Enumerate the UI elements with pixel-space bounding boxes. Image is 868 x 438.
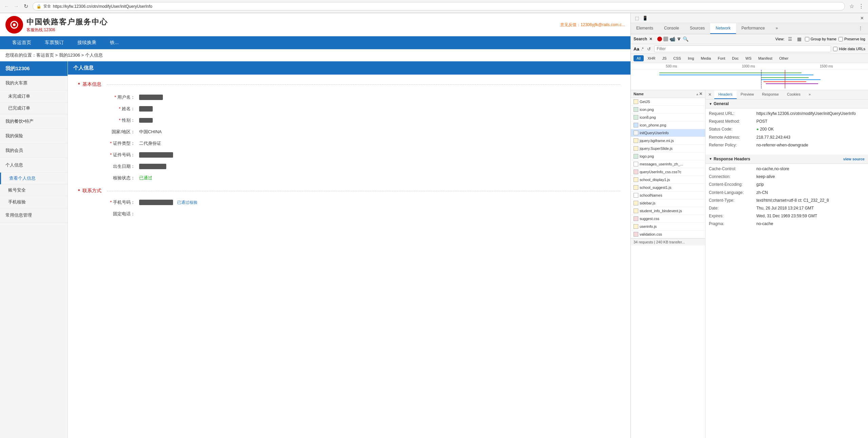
filter-doc[interactable]: Doc: [729, 55, 742, 61]
landline-label: 固定电话：: [98, 211, 139, 217]
network-item-messages[interactable]: messages_userinfo_zh_...: [631, 160, 705, 168]
close-detail-list-button[interactable]: ✕: [699, 92, 702, 96]
network-item-sidebar[interactable]: sidebar.js: [631, 199, 705, 207]
list-view-button[interactable]: ☰: [787, 36, 794, 42]
tab-elements[interactable]: Elements: [631, 23, 659, 34]
sidebar-item-personal-info[interactable]: 个人信息: [0, 158, 68, 173]
sidebar-item-phone-verify[interactable]: 手机核验: [0, 196, 68, 208]
close-detail-button[interactable]: ✕: [705, 90, 714, 99]
sidebar-item-complete-orders[interactable]: 已完成订单: [0, 102, 68, 114]
filter-css[interactable]: CSS: [670, 55, 684, 61]
network-item-school-suggest[interactable]: school_suggest1.js: [631, 184, 705, 192]
network-item-school-display[interactable]: school_display1.js: [631, 176, 705, 184]
tab-sources[interactable]: Sources: [684, 23, 710, 34]
sidebar-item-membership[interactable]: 我的会员: [0, 143, 68, 158]
tab-performance[interactable]: Performance: [736, 23, 770, 34]
detail-tab-cookies[interactable]: Cookies: [783, 90, 805, 99]
preserve-log-label[interactable]: Preserve log: [838, 37, 865, 41]
sidebar-item-catering[interactable]: 我的餐饮•特产: [0, 114, 68, 129]
group-by-frame-label[interactable]: Group by frame: [805, 37, 836, 41]
tab-more[interactable]: »: [770, 23, 784, 34]
filter-xhr[interactable]: XHR: [644, 55, 658, 61]
sidebar-item-common-info[interactable]: 常用信息管理: [0, 208, 68, 223]
video-icon[interactable]: 📹: [669, 36, 675, 42]
search-icon[interactable]: 🔍: [683, 36, 688, 42]
filter-icon[interactable]: ⛛: [677, 36, 681, 42]
network-item-validation[interactable]: validation.css: [631, 231, 705, 238]
back-button[interactable]: ←: [3, 2, 11, 11]
response-headers-title[interactable]: Response Headers view source: [705, 155, 868, 164]
bookmark-button[interactable]: ☆: [848, 2, 856, 11]
filter-media[interactable]: Media: [698, 55, 714, 61]
network-item-query-css[interactable]: queryUserInfo_css.css?c: [631, 168, 705, 176]
date-label: Date:: [709, 205, 756, 212]
detail-tab-preview[interactable]: Preview: [737, 90, 758, 99]
network-detail: ✕ Headers Preview Response Cookies » Gen…: [705, 90, 868, 438]
stop-icon[interactable]: [663, 37, 668, 41]
regex-button[interactable]: .*: [641, 47, 644, 51]
nav-more[interactable]: 铁...: [103, 36, 126, 49]
tab-network[interactable]: Network: [710, 23, 736, 34]
main-content: 个人信息 基本信息 * 用户名：: [68, 61, 630, 438]
nav-transfer[interactable]: 接续换乘: [71, 36, 103, 49]
hide-data-urls-checkbox[interactable]: [833, 47, 837, 51]
network-item-school-names[interactable]: schoolNames: [631, 192, 705, 199]
filter-manifest[interactable]: Manifest: [755, 55, 776, 61]
sidebar-item-train-tickets[interactable]: 我的火车票: [0, 76, 68, 91]
network-item-logo-png[interactable]: logo.png: [631, 153, 705, 160]
network-item-suggest-css[interactable]: suggest.css: [631, 215, 705, 223]
network-item-student-info[interactable]: student_info_bindevent.js: [631, 207, 705, 215]
filter-all[interactable]: All: [634, 55, 644, 61]
detail-tab-headers[interactable]: Headers: [714, 90, 737, 99]
type-filters: All XHR JS CSS Img Media Font Doc WS Man…: [631, 54, 868, 63]
network-item-jquery-superslide[interactable]: jquery.SuperSlide.js: [631, 145, 705, 153]
devtools-inspect-icon[interactable]: ⬚: [634, 15, 640, 21]
sidebar-item-incomplete-orders[interactable]: 未完成订单: [0, 91, 68, 102]
detail-tab-response[interactable]: Response: [758, 90, 783, 99]
network-item-jquery-bgiframe[interactable]: jquery.bgiframe.mi.js: [631, 137, 705, 145]
network-item-icon-phone-png[interactable]: icon_phone.png: [631, 121, 705, 129]
waterfall-view-button[interactable]: ▦: [796, 36, 803, 42]
refresh-button[interactable]: ↻: [22, 2, 30, 11]
devtools-device-icon[interactable]: 📱: [642, 15, 648, 21]
devtools-settings-icon[interactable]: ⋮: [853, 23, 868, 34]
filter-input[interactable]: [654, 45, 831, 52]
address-bar[interactable]: 🔒 安全 https://kyfw.12306.cn/otn/modifyUse…: [33, 2, 845, 11]
name-label: * 姓名：: [98, 106, 139, 112]
network-item-userinfo[interactable]: userinfo.js: [631, 223, 705, 231]
network-item-getjs[interactable]: GetJS: [631, 98, 705, 106]
filter-other[interactable]: Other: [776, 55, 792, 61]
tab-console[interactable]: Console: [659, 23, 684, 34]
timeline-bar-green: [659, 73, 801, 73]
forward-button[interactable]: →: [12, 2, 20, 11]
gender-row: * 性别：: [78, 117, 620, 123]
devtools-close-button[interactable]: ✕: [858, 15, 865, 21]
nav-tickets[interactable]: 车票预订: [38, 36, 71, 49]
record-icon[interactable]: [657, 37, 662, 41]
hide-data-urls-label[interactable]: Hide data URLs: [833, 47, 865, 51]
filter-ws[interactable]: WS: [742, 55, 755, 61]
sidebar-item-account-security[interactable]: 账号安全: [0, 184, 68, 196]
sidebar-item-view-info[interactable]: 查看个人信息: [0, 173, 68, 184]
sidebar-item-insurance[interactable]: 我的保险: [0, 129, 68, 143]
site-top: 中国铁路客户服务中心 客服热线:12306 意见反馈：12306yjfk@rai…: [0, 13, 630, 36]
group-by-frame-checkbox[interactable]: [805, 37, 809, 41]
filter-font[interactable]: Font: [715, 55, 728, 61]
nav-home[interactable]: 客运首页: [5, 36, 38, 49]
preserve-log-checkbox[interactable]: [838, 37, 843, 41]
network-item-init-query[interactable]: initQueryUserInfo: [631, 129, 705, 137]
general-section-title[interactable]: General: [705, 99, 868, 108]
aa-button[interactable]: Aa: [634, 46, 639, 52]
search-close-button[interactable]: ✕: [649, 37, 653, 41]
filter-js[interactable]: JS: [659, 55, 669, 61]
filter-img[interactable]: Img: [685, 55, 697, 61]
refresh-icon[interactable]: ↺: [645, 45, 652, 52]
timeline-bar-purple: [766, 83, 818, 84]
menu-button[interactable]: ⋮: [857, 2, 865, 11]
detail-tab-more[interactable]: »: [805, 90, 815, 99]
browser-chrome: ← → ↻ 🔒 安全 https://kyfw.12306.cn/otn/mod…: [0, 0, 868, 13]
network-item-icon8-png[interactable]: icon8.png: [631, 114, 705, 121]
network-item-icon-png[interactable]: icon.png: [631, 106, 705, 114]
gender-value: [139, 118, 153, 123]
view-source-link[interactable]: view source: [843, 157, 865, 161]
